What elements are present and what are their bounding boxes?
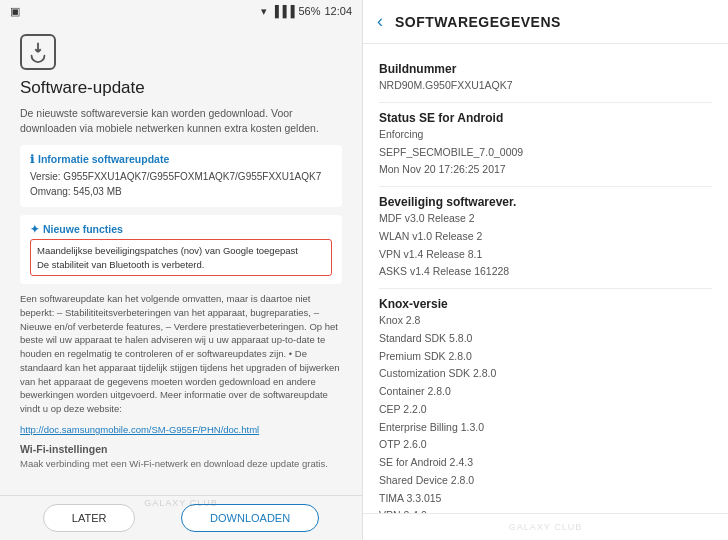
new-features-box: ✦ Nieuwe functies Maandelijkse beveiligi… [20, 215, 342, 284]
main-description: Een softwareupdate kan het volgende omva… [20, 292, 342, 416]
knox-9: Shared Device 2.8.0 [379, 473, 712, 489]
battery-level: 56% [298, 5, 320, 17]
left-content: Software-update De nieuwste softwarevers… [0, 22, 362, 495]
version-row: Versie: G955FXXU1AQK7/G955FOXM1AQK7/G955… [30, 169, 332, 184]
knox-6: Enterprise Billing 1.3.0 [379, 420, 712, 436]
watermark-right: GALAXY CLUB [379, 522, 712, 532]
feature-item-2: De stabiliteit van Bluetooth is verbeter… [37, 258, 325, 271]
knox-3: Customization SDK 2.8.0 [379, 366, 712, 382]
time-display: 12:04 [324, 5, 352, 17]
sw-sec-3: ASKS v1.4 Release 161228 [379, 264, 712, 280]
knox-2: Premium SDK 2.8.0 [379, 349, 712, 365]
left-panel: ▣ ▾ ▐▐▐ 56% 12:04 Software-update De nie… [0, 0, 362, 540]
left-page-title: Software-update [20, 78, 342, 98]
status-bar: ▣ ▾ ▐▐▐ 56% 12:04 [0, 0, 362, 22]
feature-item-1: Maandelijkse beveiligingspatches (nov) v… [37, 244, 325, 257]
update-icon [20, 34, 56, 70]
software-sec-label: Beveiliging softwarever. [379, 195, 712, 209]
back-arrow-icon[interactable]: ‹ [377, 11, 383, 32]
sw-sec-1: WLAN v1.0 Release 2 [379, 229, 712, 245]
signal-bars: ▐▐▐ [271, 5, 294, 17]
info-box: ℹ Informatie softwareupdate Versie: G955… [20, 145, 342, 207]
later-button[interactable]: LATER [43, 504, 136, 532]
status-value-1: SEPF_SECMOBILE_7.0_0009 [379, 145, 712, 161]
watermark-left: GALAXY CLUB [144, 498, 217, 508]
right-header: ‹ SOFTWAREGEGEVENS [363, 0, 728, 44]
left-description: De nieuwste softwareversie kan worden ge… [20, 106, 342, 135]
wifi-title: Wi-Fi-instellingen [20, 443, 342, 455]
new-features-title: ✦ Nieuwe functies [30, 223, 332, 235]
knox-10: TIMA 3.3.015 [379, 491, 712, 507]
right-page-title: SOFTWAREGEGEVENS [395, 14, 561, 30]
status-label: Status SE for Android [379, 111, 712, 125]
features-highlight: Maandelijkse beveiligingspatches (nov) v… [30, 239, 332, 276]
sw-sec-2: VPN v1.4 Release 8.1 [379, 247, 712, 263]
right-footer: GALAXY CLUB [363, 513, 728, 540]
sw-sec-0: MDF v3.0 Release 2 [379, 211, 712, 227]
status-value-2: Mon Nov 20 17:26:25 2017 [379, 162, 712, 178]
divider-3 [379, 288, 712, 289]
info-icon: ℹ [30, 153, 34, 165]
build-value: NRD90M.G950FXXU1AQK7 [379, 78, 712, 94]
knox-label: Knox-versie [379, 297, 712, 311]
knox-4: Container 2.8.0 [379, 384, 712, 400]
wifi-icon: ▾ [261, 5, 267, 18]
status-value-0: Enforcing [379, 127, 712, 143]
size-row: Omvang: 545,03 MB [30, 184, 332, 199]
status-bar-indicator: ▣ [10, 5, 20, 18]
doc-link[interactable]: http://doc.samsungmobile.com/SM-G955F/PH… [20, 424, 342, 435]
new-features-icon: ✦ [30, 223, 39, 235]
download-button[interactable]: DOWNLOADEN [181, 504, 319, 532]
info-box-title: ℹ Informatie softwareupdate [30, 153, 332, 165]
wifi-section: Wi-Fi-instellingen Maak verbinding met e… [20, 443, 342, 470]
right-content: Buildnummer NRD90M.G950FXXU1AQK7 Status … [363, 44, 728, 513]
right-panel: ‹ SOFTWAREGEGEVENS Buildnummer NRD90M.G9… [362, 0, 728, 540]
knox-7: OTP 2.6.0 [379, 437, 712, 453]
build-label: Buildnummer [379, 62, 712, 76]
knox-0: Knox 2.8 [379, 313, 712, 329]
knox-5: CEP 2.2.0 [379, 402, 712, 418]
knox-1: Standard SDK 5.8.0 [379, 331, 712, 347]
divider-1 [379, 102, 712, 103]
knox-8: SE for Android 2.4.3 [379, 455, 712, 471]
divider-2 [379, 186, 712, 187]
wifi-desc: Maak verbinding met een Wi-Fi-netwerk en… [20, 457, 342, 470]
